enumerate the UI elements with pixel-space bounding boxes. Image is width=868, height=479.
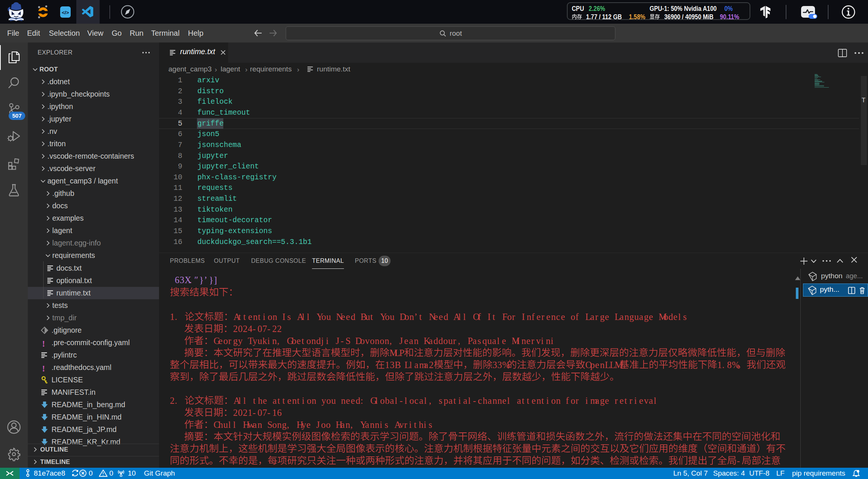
svg-text:All: All (453, 312, 466, 322)
svg-text:Han,: Han, (336, 420, 353, 430)
svg-text:Yannis: Yannis (360, 420, 388, 430)
svg-text:Large: Large (585, 312, 609, 322)
svg-text:2024-07-22: 2024-07-22 (233, 324, 282, 334)
svg-text:13B: 13B (385, 360, 401, 370)
svg-text:OpenLLM: OpenLLM (585, 360, 623, 370)
svg-text:1.8%: 1.8% (717, 360, 739, 370)
svg-text:For: For (502, 312, 515, 322)
svg-text:Don’t: Don’t (400, 312, 422, 322)
svg-text:J-S: J-S (336, 336, 351, 346)
svg-text:Kaddour,: Kaddour, (424, 336, 460, 346)
svg-text:Chull: Chull (214, 420, 236, 430)
svg-text:Is: Is (282, 312, 291, 322)
svg-text:63X.″}’}]: 63X.″}’}] (175, 275, 217, 285)
svg-text:Tyukin,: Tyukin, (248, 336, 279, 346)
svg-text:the: the (253, 396, 267, 406)
svg-text:33%: 33% (492, 360, 510, 370)
svg-text:2.: 2. (170, 396, 177, 406)
svg-text:-: - (737, 456, 740, 466)
svg-text:Need: Need (336, 312, 355, 322)
svg-text:Language: Language (615, 312, 653, 322)
svg-text:2021-07-16: 2021-07-16 (233, 408, 282, 418)
svg-text:Llama2: Llama2 (404, 360, 433, 370)
svg-text:Minervini: Minervini (512, 336, 553, 346)
svg-text:spatial-channel: spatial-channel (439, 396, 510, 406)
svg-text:Avrithis: Avrithis (394, 420, 432, 430)
svg-text:You: You (317, 312, 331, 322)
svg-text:of: of (571, 312, 579, 322)
svg-text:Need: Need (429, 312, 448, 322)
svg-text:Hye: Hye (297, 420, 311, 430)
svg-text:Global-local,: Global-local, (370, 396, 431, 406)
svg-text:Attention: Attention (233, 312, 277, 322)
svg-text:attention: attention (517, 396, 560, 406)
svg-text:Hwan: Hwan (243, 420, 262, 430)
svg-text:All: All (233, 396, 246, 406)
svg-text:You: You (380, 312, 394, 322)
svg-text:for: for (566, 396, 579, 406)
svg-text:attention: attention (273, 396, 316, 406)
svg-text:Jean: Jean (399, 336, 418, 346)
svg-text:Models: Models (659, 312, 687, 322)
svg-text:But: But (361, 312, 373, 322)
svg-text:All: All (297, 312, 309, 322)
svg-text:Joo: Joo (316, 420, 330, 430)
svg-text:It: It (488, 312, 495, 322)
svg-text:Georgy: Georgy (214, 336, 243, 346)
svg-text:Pasquale: Pasquale (468, 336, 506, 346)
svg-text:Gbetondji: Gbetondji (287, 336, 329, 346)
svg-text:Inference: Inference (522, 312, 565, 322)
svg-text:retrieval: retrieval (615, 396, 656, 406)
svg-text:Dovonon,: Dovonon, (355, 336, 392, 346)
svg-text:image: image (585, 396, 609, 406)
svg-text:MLP: MLP (389, 348, 404, 358)
svg-text:Song,: Song, (267, 420, 289, 430)
svg-text:1.: 1. (170, 312, 177, 322)
svg-text:Of: Of (473, 312, 481, 322)
svg-text:you: you (321, 396, 336, 406)
svg-text:need:: need: (341, 396, 363, 406)
